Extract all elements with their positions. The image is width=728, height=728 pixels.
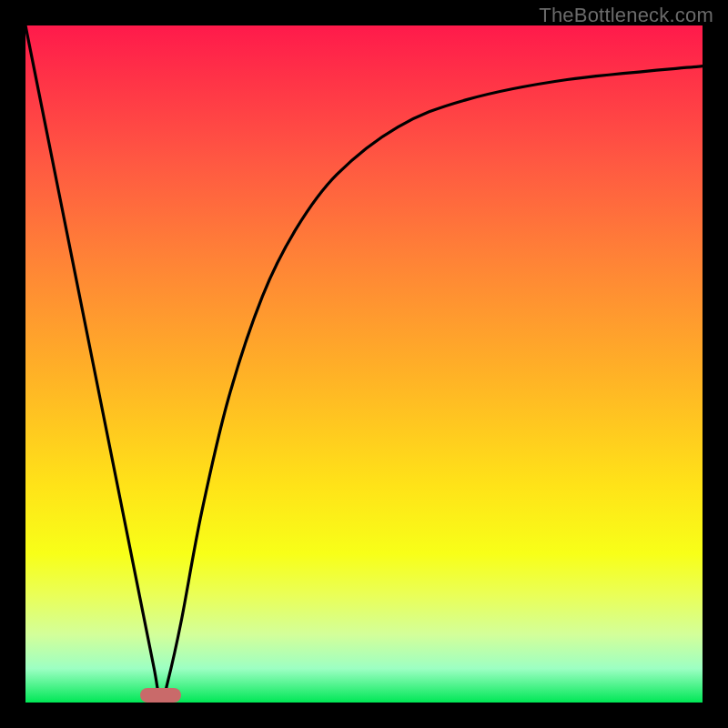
chart-frame: TheBottleneck.com [0,0,728,728]
curve-svg [25,25,703,703]
plot-area [25,25,703,703]
watermark-text: TheBottleneck.com [539,4,713,27]
optimal-marker [140,688,181,703]
bottleneck-curve [25,25,703,703]
